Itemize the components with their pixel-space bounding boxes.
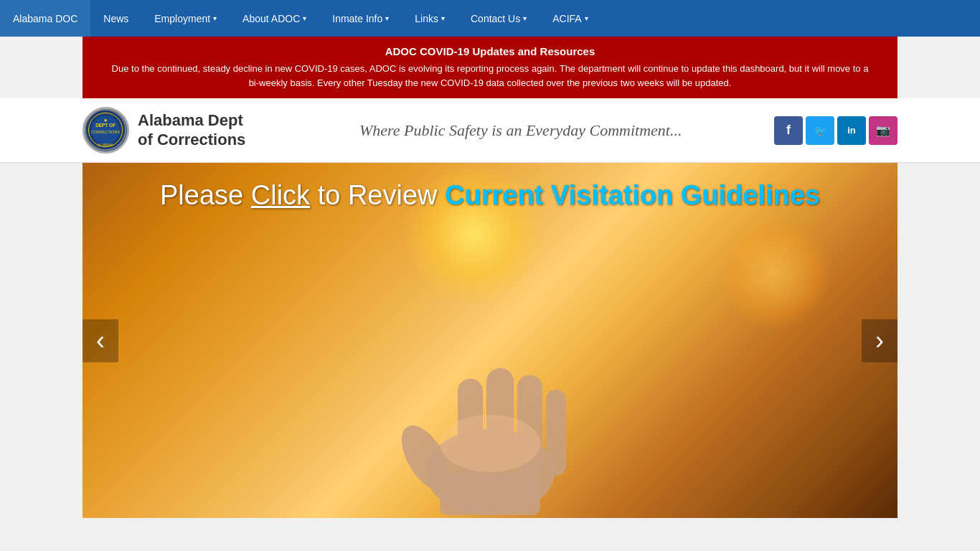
alert-body: Due to the continued, steady decline in …: [111, 62, 869, 90]
employment-dropdown-arrow: ▾: [213, 14, 217, 22]
main-nav: Alabama DOC News Employment ▾ About ADOC…: [0, 0, 980, 37]
inmate-dropdown-arrow: ▾: [385, 14, 389, 22]
facebook-icon[interactable]: f: [774, 116, 803, 145]
instagram-icon[interactable]: 📷: [869, 116, 897, 145]
svg-rect-12: [546, 390, 566, 476]
links-dropdown-arrow: ▾: [441, 14, 445, 22]
headline-part1: Please: [160, 180, 251, 210]
nav-item-about[interactable]: About ADOC ▾: [230, 0, 319, 37]
twitter-icon[interactable]: 🐦: [806, 116, 834, 145]
nav-item-links[interactable]: Links ▾: [402, 0, 458, 37]
nav-item-news[interactable]: News: [90, 0, 141, 37]
linkedin-icon[interactable]: in: [837, 116, 866, 145]
about-dropdown-arrow: ▾: [303, 14, 306, 22]
svg-text:CORRECTIONS: CORRECTIONS: [91, 130, 121, 134]
headline-click-link[interactable]: Click: [251, 180, 310, 210]
svg-point-14: [440, 415, 540, 472]
org-seal: DEPT OF CORRECTIONS ★ ALABAMA: [83, 107, 129, 154]
nav-item-contact[interactable]: Contact Us ▾: [458, 0, 540, 37]
alert-title: ADOC COVID-19 Updates and Resources: [111, 45, 869, 57]
carousel-prev-button[interactable]: ‹: [83, 319, 118, 362]
alert-banner: ADOC COVID-19 Updates and Resources Due …: [83, 37, 897, 98]
headline-highlight[interactable]: Current Visitation Guidelines: [445, 180, 820, 210]
logo-section: DEPT OF CORRECTIONS ★ ALABAMA Alabama De…: [83, 107, 245, 154]
svg-text:ALABAMA: ALABAMA: [98, 143, 113, 147]
acifa-dropdown-arrow: ▾: [585, 14, 588, 22]
carousel-next-button[interactable]: ›: [862, 319, 897, 362]
hand-illustration: [347, 264, 633, 518]
nav-item-employment[interactable]: Employment ▾: [141, 0, 230, 37]
logo-text: Alabama Dept of Corrections: [138, 111, 245, 149]
svg-text:★: ★: [103, 117, 108, 123]
contact-dropdown-arrow: ▾: [523, 14, 527, 22]
social-icons: f 🐦 in 📷: [774, 116, 897, 145]
svg-rect-13: [440, 472, 540, 515]
nav-item-acifa[interactable]: ACIFA ▾: [540, 0, 600, 37]
seal-svg: DEPT OF CORRECTIONS ★ ALABAMA: [85, 107, 127, 154]
nav-item-home[interactable]: Alabama DOC: [0, 0, 90, 37]
carousel-wrapper: Please Click to Review Current Visitatio…: [83, 163, 897, 518]
hand-svg: [347, 264, 633, 515]
carousel-slide: Please Click to Review Current Visitatio…: [83, 163, 897, 518]
site-header: DEPT OF CORRECTIONS ★ ALABAMA Alabama De…: [0, 98, 980, 163]
carousel-headline[interactable]: Please Click to Review Current Visitatio…: [83, 180, 897, 211]
svg-text:DEPT OF: DEPT OF: [95, 123, 116, 128]
nav-item-inmate[interactable]: Inmate Info ▾: [319, 0, 402, 37]
headline-part2: to Review: [310, 180, 445, 210]
tagline: Where Public Safety is an Everyday Commi…: [245, 121, 774, 140]
